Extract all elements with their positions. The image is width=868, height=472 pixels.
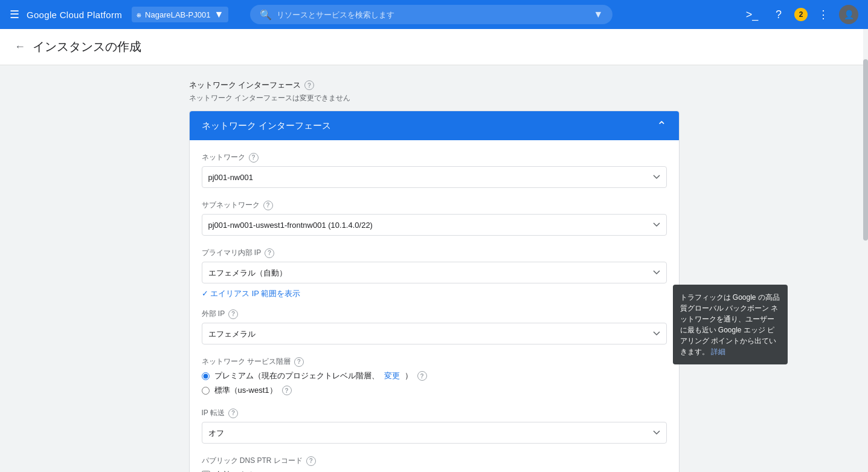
public-dns-label: パブリック DNS PTR レコード ?	[202, 456, 667, 466]
nav-actions: >_ ? 2 ⋮ 👤	[741, 4, 858, 25]
page-header: ← インスタンスの作成	[0, 29, 868, 65]
premium-radio[interactable]	[202, 372, 210, 380]
panel-header: ネットワーク インターフェース ⌃	[190, 111, 679, 140]
public-dns-group: パブリック DNS PTR レコード ? 有効にする	[202, 456, 667, 472]
external-ip-label: 外部 IP ?	[202, 309, 667, 319]
service-tier-help-icon[interactable]: ?	[294, 357, 304, 367]
premium-suffix: ）	[405, 370, 413, 381]
public-dns-help-icon[interactable]: ?	[306, 456, 316, 466]
network-panel: ネットワーク インターフェース ⌃ ネットワーク ? pj001-nw001	[189, 111, 680, 472]
search-chevron-icon: ▼	[593, 9, 603, 20]
ip-forwarding-help-icon[interactable]: ?	[228, 409, 238, 418]
help-icon[interactable]: ?	[768, 4, 789, 25]
section-label: ネットワーク インターフェース	[189, 80, 301, 91]
primary-ip-help-icon[interactable]: ?	[265, 248, 274, 258]
ip-forwarding-field-group: IP 転送 ? オフ	[202, 408, 667, 444]
ip-forwarding-label: IP 転送 ?	[202, 408, 667, 418]
top-navigation: ☰ Google Cloud Platform ⎈ NagareLAB-PJ00…	[0, 0, 868, 29]
search-input[interactable]	[277, 10, 588, 19]
project-name: NagareLAB-PJ001	[145, 10, 210, 19]
alias-ip-link[interactable]: ✓ エイリアス IP 範囲を表示	[202, 288, 301, 299]
tooltip-link[interactable]: 詳細	[711, 348, 725, 356]
subnetwork-select[interactable]: pj001-nw001-uswest1-frontnw001 (10.1.4.0…	[202, 214, 667, 236]
back-button[interactable]: ←	[14, 40, 25, 53]
standard-radio-item[interactable]: 標準（us-west1） ?	[202, 385, 667, 396]
subnetwork-help-icon[interactable]: ?	[263, 201, 273, 210]
scrollbar-thumb[interactable]	[863, 59, 868, 241]
standard-radio[interactable]	[202, 387, 210, 395]
notification-badge[interactable]: 2	[794, 8, 808, 21]
avatar[interactable]: 👤	[839, 5, 858, 24]
scrollbar-track	[863, 29, 868, 472]
standard-help-icon[interactable]: ?	[282, 386, 292, 395]
chevron-down-icon: ▼	[214, 9, 223, 20]
search-bar[interactable]: 🔍 ▼	[250, 5, 612, 24]
cloud-shell-icon[interactable]: >_	[741, 4, 763, 25]
search-icon: 🔍	[260, 9, 272, 21]
primary-ip-label: プライマリ内部 IP ?	[202, 248, 667, 258]
premium-label: プレミアム（現在のプロジェクトレベル階層、	[214, 370, 379, 381]
network-select[interactable]: pj001-nw001	[202, 166, 667, 188]
main-content: ネットワーク インターフェース ? ネットワーク インターフェースは変更できませ…	[0, 65, 868, 472]
external-ip-help-icon[interactable]: ?	[228, 309, 238, 319]
subnetwork-label: サブネットワーク ?	[202, 200, 667, 210]
project-selector[interactable]: ⎈ NagareLAB-PJ001 ▼	[132, 7, 228, 22]
section-help-icon[interactable]: ?	[304, 80, 314, 90]
app-name: Google Cloud Platform	[27, 10, 122, 20]
premium-help-icon[interactable]: ?	[417, 371, 427, 381]
panel-body: ネットワーク ? pj001-nw001 サブネットワーク ? pj001-nw…	[190, 140, 679, 472]
change-link[interactable]: 変更	[384, 370, 400, 381]
external-ip-field-group: 外部 IP ? エフェメラル トラフィックは Google の高品質グローバル …	[202, 309, 667, 344]
primary-ip-select[interactable]: エフェメラル（自動）	[202, 262, 667, 283]
network-help-icon[interactable]: ?	[249, 153, 259, 163]
subnetwork-field-group: サブネットワーク ? pj001-nw001-uswest1-frontnw00…	[202, 200, 667, 236]
service-tier-radio-group: プレミアム（現在のプロジェクトレベル階層、 変更 ） ? 標準（us-west1…	[202, 370, 667, 396]
premium-radio-item[interactable]: プレミアム（現在のプロジェクトレベル階層、 変更 ） ?	[202, 370, 667, 381]
panel-title: ネットワーク インターフェース	[202, 120, 331, 132]
ip-forwarding-select[interactable]: オフ	[202, 422, 667, 444]
section-subtitle: ネットワーク インターフェースは変更できません	[189, 93, 680, 103]
network-service-tier-group: ネットワーク サービス階層 ? プレミアム（現在のプロジェクトレベル階層、 変更…	[202, 357, 667, 396]
network-service-tier-label: ネットワーク サービス階層 ?	[202, 357, 667, 367]
network-label: ネットワーク ?	[202, 152, 667, 163]
collapse-icon[interactable]: ⌃	[657, 118, 667, 133]
tooltip-text: トラフィックは Google の高品質グローバル バックボーン ネットワークを通…	[680, 293, 780, 356]
standard-label: 標準（us-west1）	[214, 385, 277, 396]
primary-ip-field-group: プライマリ内部 IP ? エフェメラル（自動）	[202, 248, 667, 283]
page-title: インスタンスの作成	[33, 39, 141, 55]
enable-dns-checkbox-item[interactable]: 有効にする	[202, 470, 667, 472]
form-container: ネットワーク インターフェース ? ネットワーク インターフェースは変更できませ…	[175, 80, 694, 472]
more-options-icon[interactable]: ⋮	[812, 4, 834, 25]
network-field-group: ネットワーク ? pj001-nw001	[202, 152, 667, 188]
tooltip-box: トラフィックは Google の高品質グローバル バックボーン ネットワークを通…	[673, 285, 788, 364]
grid-icon: ⎈	[137, 10, 141, 19]
external-ip-select[interactable]: エフェメラル	[202, 323, 667, 344]
alias-ip-group: ✓ エイリアス IP 範囲を表示	[202, 288, 667, 299]
section-header: ネットワーク インターフェース ?	[189, 80, 680, 91]
enable-dns-label: 有効にする	[215, 470, 254, 472]
hamburger-menu-icon[interactable]: ☰	[10, 8, 19, 21]
